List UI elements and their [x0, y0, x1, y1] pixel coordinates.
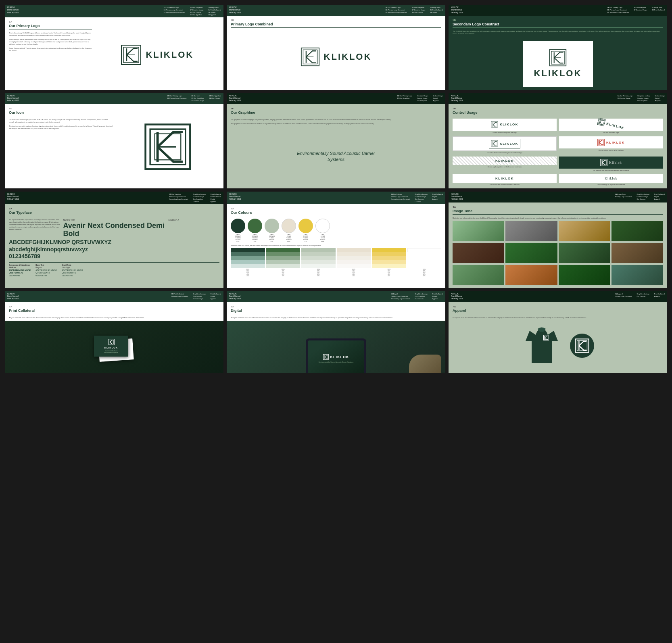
card-2a-content: 2A Our Typeface It is important that the… — [5, 204, 223, 288]
swatch-circle-mid — [248, 219, 262, 233]
card-1a-logo: KLIKLOK — [95, 21, 219, 90]
card-2a-title: Our Typeface — [9, 211, 219, 216]
secondary-logo-white-bg: KLIKLOK — [523, 41, 593, 87]
header-date-2a: February 2023 — [7, 198, 19, 200]
tablet-kliklok-icon — [323, 354, 329, 360]
header-date-1g: February 2023 — [451, 100, 463, 102]
card-header-3a: KLIKLOK Brand Manual February 2023 3A Ou… — [227, 192, 445, 204]
card-2a-desc: It is important that the appearance of t… — [9, 219, 60, 231]
img-moss — [559, 243, 610, 263]
card-3a-content: 3A Our Colours CMYKC:82 M:47Y:73 K:56#1E… — [227, 204, 445, 288]
kliklok-wordmark-1d: KLIKLOK — [534, 68, 582, 79]
svg-rect-19 — [491, 121, 498, 128]
kliklok-icon-1e-large — [144, 123, 192, 171]
control-item-7: KLIKLOK Do not use the wordmark without … — [453, 174, 557, 186]
control-logo-box-2: KLIKLOK — [559, 119, 663, 131]
sub-font-regular: Body Text Regular ABCDEFGHIJKLMNOPQRSTUV… — [35, 264, 57, 277]
img-earth — [611, 243, 663, 263]
header-date-5a: February 2023 — [7, 298, 19, 300]
img-river — [611, 265, 663, 285]
font-abc-upper: ABCDEFGHIJKLMNOP QRSTUVWXYZ — [9, 239, 219, 245]
card-header-1a: KLIKLOK Brand Manual February 2023 1A Ou… — [5, 5, 223, 17]
card-5a-content: 5A Print Collateral All your materials m… — [5, 302, 223, 373]
card-header-1f: KLIKLOK Brand Manual February 2023 1A Ou… — [227, 93, 445, 104]
tint-100-dark — [231, 248, 265, 252]
graphline-text-display: Environmentally Sound Acoustic Barrier S… — [231, 127, 441, 186]
header-date-1f: February 2023 — [229, 100, 241, 102]
card-1g-label: 1G — [453, 107, 663, 110]
control-item-2: KLIKLOK Do not rotate the logo — [559, 119, 663, 134]
card-header-1g: KLIKLOK Brand Manual February 2023 1A Ou… — [449, 93, 667, 104]
tint-80-dark — [231, 252, 265, 256]
header-date-6a: February 2023 — [229, 298, 241, 300]
card-5a-title: Print Collateral — [9, 309, 219, 314]
img-grass — [453, 221, 504, 241]
tint-col-yellow: 100%80%60%40%20% — [372, 248, 406, 277]
card-1d: KLIKLOK Brand Manual February 2023 1A Ou… — [449, 5, 667, 90]
colour-swatches-row: CMYKC:82 M:47Y:73 K:56#1E3D2F627C CMYKC:… — [231, 219, 441, 242]
card-1a-desc2: When the logo will be presented in dark … — [9, 38, 92, 46]
card-1g-title: Control Usage — [453, 111, 663, 116]
kliklok-wordmark-ctrl-2: KLIKLOK — [606, 121, 625, 130]
tablet-wordmark: KLIKLOK — [330, 355, 349, 359]
card-1d-desc: The KLIKLOK logo also breaks on its righ… — [453, 30, 663, 35]
kliklok-wordmark-ctrl-8: Kliklok — [605, 177, 617, 180]
card-1d-label: 1D — [453, 19, 663, 21]
img-pine — [559, 265, 610, 285]
card-5a: KLIKLOK Brand Manual February 2023 5A Pr… — [5, 291, 223, 373]
card-1e-icon-display — [116, 107, 219, 186]
kliklok-wordmark-1a: KLIKLOK — [146, 50, 194, 60]
badge-kliklok-icon — [575, 338, 589, 353]
main-grid: KLIKLOK Brand Manual February 2023 1A Ou… — [5, 5, 667, 373]
card-1f-title: Our Graphline — [231, 111, 441, 116]
control-caption-7: Do not use the wordmark without the icon — [453, 184, 557, 186]
control-item-6: Kliklok Do not alter the relationship be… — [559, 157, 663, 172]
image-tone-grid — [453, 221, 663, 286]
header-brand-manual-1a: Brand Manual — [7, 9, 19, 11]
header-date-7a: February 2023 — [451, 298, 463, 300]
card-header-4a: KLIKLOK Brand Manual February 2023 4A Im… — [449, 192, 667, 203]
header-date-1e: February 2023 — [7, 100, 19, 102]
card-7a-label: 7A — [453, 305, 663, 308]
bc-tagline: Environmentally SoundAcoustic Barrier Sy… — [104, 350, 118, 353]
svg-rect-28 — [598, 139, 605, 146]
card-7a: KLIKLOK Brand Manual February 2023 7A Ap… — [449, 291, 667, 373]
card-1f-desc2: The graphline is to be treated as an att… — [231, 123, 441, 125]
control-item-3: KLIKLOK Do not outline or create a keyli… — [453, 136, 557, 154]
hand-overlay — [409, 355, 441, 373]
swatch-white: CMYKC:0 M:0Y:0 K:0#FFFFFFWhite — [315, 219, 330, 242]
svg-rect-22 — [597, 118, 605, 126]
control-usage-grid: KLIKLOK Do not stretch or squash the log… — [453, 119, 663, 186]
card-1f-desc: Our graphline is used to highlight our p… — [231, 119, 441, 121]
control-caption-8: Do not change or replace the wordmark — [559, 184, 663, 186]
card-1e-title: Our Icon — [9, 111, 113, 116]
card-1a-label: 1A — [9, 21, 92, 23]
swatch-sage: CMYKC:28 M:11Y:30 K:0#B5C4B1558C — [265, 219, 279, 242]
header-brand-manual-1b: Brand Manual — [229, 9, 241, 11]
card-6a: KLIKLOK Brand Manual February 2023 6A Di… — [227, 291, 445, 373]
card-1f: KLIKLOK Brand Manual February 2023 1A Ou… — [227, 93, 445, 188]
card-3a: KLIKLOK Brand Manual February 2023 3A Ou… — [227, 192, 445, 288]
kliklok-icon-ctrl-2 — [597, 117, 606, 126]
tint-grid: 100%80%60%40%20% 100%80%60%40%20% — [231, 248, 441, 277]
kliklok-icon-1b — [301, 47, 320, 67]
card-header-2a: KLIKLOK Brand Manual February 2023 2A Ou… — [5, 192, 223, 204]
polo-shirt-display — [522, 323, 562, 369]
control-caption-2: Do not rotate the logo — [559, 132, 663, 134]
tint-60-dark — [231, 256, 265, 260]
colour-tint-desc: In addition to the core colours, the ton… — [231, 245, 441, 246]
font-display-name: Avenir Next Condensed Demi Bold — [63, 222, 165, 238]
svg-rect-43 — [575, 339, 589, 352]
graphline-text: Environmentally Sound Acoustic Barrier S… — [296, 150, 376, 162]
card-1b: KLIKLOK Brand Manual February 2023 1A Ou… — [227, 5, 445, 90]
card-2a: KLIKLOK Brand Manual February 2023 2A Ou… — [5, 192, 223, 288]
svg-rect-31 — [601, 159, 607, 166]
tint-20-dark — [231, 264, 265, 268]
card-header-7a: KLIKLOK Brand Manual February 2023 7A Ap… — [449, 291, 667, 302]
kliklok-icon-1a — [121, 44, 142, 65]
kliklok-wordmark-ctrl-1: KLIKLOK — [500, 123, 518, 126]
card-4a: KLIKLOK Brand Manual February 2023 4A Im… — [449, 192, 667, 288]
kliklok-wordmark-ctrl-4: KLIKLOK — [606, 141, 625, 144]
card-1d-logo-white: KLIKLOK — [453, 40, 663, 88]
swatch-circle-dark — [231, 219, 245, 233]
